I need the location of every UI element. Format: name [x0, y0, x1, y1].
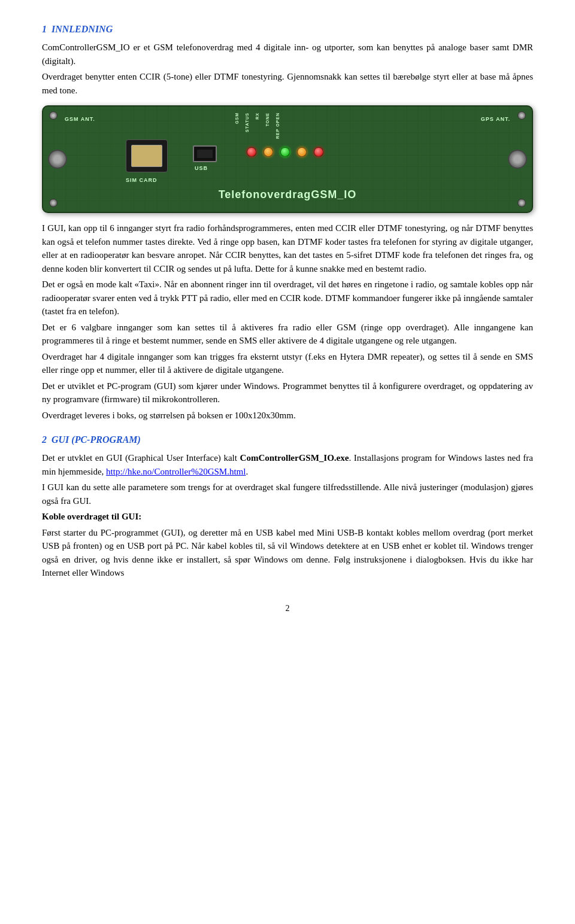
section2-intro-text: Det er utvklet en GUI (Graphical User In… — [42, 453, 237, 463]
section1-para1: ComControllerGSM_IO er et GSM telefonove… — [42, 41, 533, 68]
section2-para1: Det er utvklet en GUI (Graphical User In… — [42, 451, 533, 478]
bnc-right-connector — [508, 150, 527, 169]
screw-tr — [518, 111, 526, 120]
status-vert-label: STATUS — [245, 113, 249, 132]
sim-card-slot — [126, 139, 168, 172]
section1-para8: Overdraget leveres i boks, og størrelsen… — [42, 409, 533, 423]
section2-connect-label: Koble overdraget til GUI: — [42, 510, 533, 524]
led-1 — [247, 147, 256, 157]
section1-para6: Overdraget har 4 digitale innganger som … — [42, 350, 533, 377]
section2-app-name: ComControllerGSM_IO.exe — [240, 453, 349, 463]
rep-open-vert-label: REP OPEN — [276, 113, 280, 139]
gps-ant-label: GPS ANT. — [481, 116, 510, 122]
section2-period: . — [246, 467, 248, 476]
page-number: 2 — [42, 604, 533, 613]
section2-para-gui: I GUI kan du sette alle parametere som t… — [42, 481, 533, 507]
section1-heading: 1 INNLEDNING — [42, 24, 533, 38]
gsm-ant-label: GSM ANT. — [65, 116, 95, 122]
device-image-container: GSM ANT. SIM CARD USB GSM STATUS RX TONE… — [42, 105, 533, 213]
section2-link[interactable]: http://hke.no/Controller%20GSM.html — [106, 467, 246, 476]
section2-connect-bold: Koble overdraget til GUI: — [42, 512, 141, 521]
section2-number: 2 — [42, 434, 47, 445]
bnc-left-connector — [48, 150, 67, 169]
led-2 — [264, 147, 273, 157]
section1-title: INNLEDNING — [52, 24, 113, 35]
section2-para-final: Først starter du PC-programmet (GUI), og… — [42, 526, 533, 580]
led-4 — [297, 147, 307, 157]
screw-br — [518, 199, 526, 207]
usb-port — [193, 145, 217, 162]
sim-card-label: SIM CARD — [126, 177, 158, 183]
leds-row — [247, 147, 323, 157]
gsm-vert-label: GSM — [235, 113, 239, 124]
rx-vert-label: RX — [255, 113, 259, 120]
screw-tl — [49, 111, 58, 120]
device-image: GSM ANT. SIM CARD USB GSM STATUS RX TONE… — [42, 105, 533, 213]
section1-para7: Det er utviklet et PC-program (GUI) som … — [42, 379, 533, 406]
section2-heading: 2 GUI (PC-PROGRAM) — [42, 434, 533, 449]
tone-vert-label: TONE — [265, 113, 270, 126]
led-5 — [314, 147, 323, 157]
pcb-title: TelefonoverdragGSM_IO — [219, 189, 357, 201]
section2-title: GUI (PC-PROGRAM) — [52, 434, 141, 445]
section1-number: 1 — [42, 24, 47, 35]
usb-label: USB — [195, 165, 208, 171]
section1-para3: I GUI, kan opp til 6 innganger styrt fra… — [42, 221, 533, 275]
screw-bl — [49, 199, 58, 207]
vertical-labels-group: GSM STATUS RX TONE REP OPEN — [235, 113, 280, 139]
led-3 — [280, 147, 290, 157]
section1-para2: Overdraget benytter enten CCIR (5-tone) … — [42, 70, 533, 97]
section1-para4: Det er også en mode kalt «Taxi». Når en … — [42, 278, 533, 318]
section1-para5: Det er 6 valgbare innganger som kan sett… — [42, 321, 533, 348]
